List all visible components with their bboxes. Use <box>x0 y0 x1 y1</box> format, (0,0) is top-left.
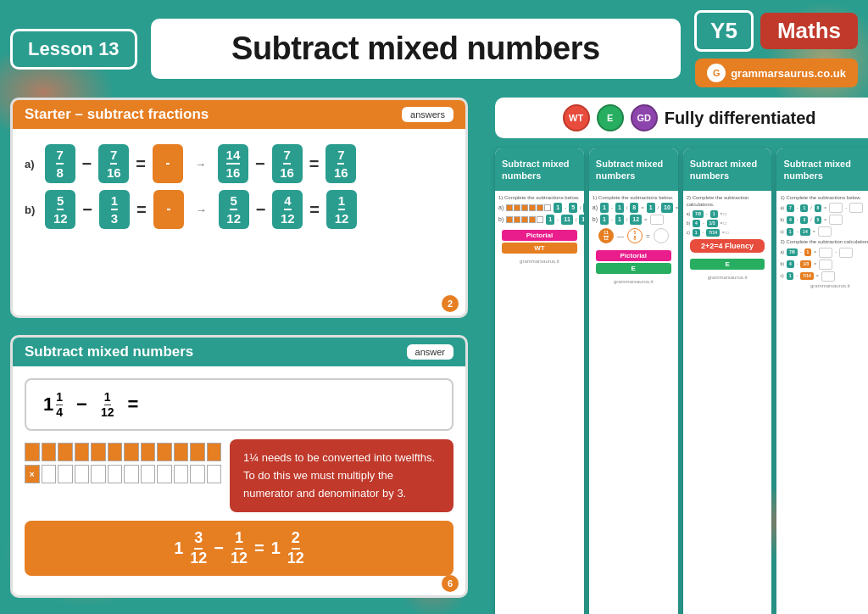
answer-button[interactable]: answer <box>407 344 453 360</box>
small-frac-1-12: 1 12 <box>101 390 114 419</box>
ws2-tag-e: E <box>596 263 671 274</box>
ws1-header: Subtract mixed numbers <box>495 148 584 191</box>
frac-14-16: 1416 <box>218 144 248 183</box>
frac-5-12b: 512 <box>219 190 249 229</box>
bars-container: × <box>25 439 221 487</box>
ws2-tag-pictorial: Pictorial <box>596 250 671 261</box>
worksheet-1: Subtract mixed numbers 1) Complete the s… <box>495 148 584 614</box>
wsr-body: 1) Complete the subtractions below. a) 7… <box>776 191 868 614</box>
slide2-title: Subtract mixed numbers <box>25 343 193 360</box>
slide2-content: 1 1 4 − 1 12 = <box>13 366 465 588</box>
ws1-tag-pictorial: Pictorial <box>502 230 577 241</box>
fraction-row-b: b) 512 − 13 = → <box>25 190 453 229</box>
ws1-gram: grammarsaurus.it <box>498 259 581 264</box>
ws3-tag-e: E <box>690 259 765 270</box>
explanation-box: 1¼ needs to be converted into twelfths. … <box>230 439 453 512</box>
lesson-label: Lesson 13 <box>28 38 120 59</box>
equation-box: 1 1 4 − 1 12 = <box>25 378 453 431</box>
mixed-num-1: 1 1 4 <box>43 390 63 419</box>
frac-1-12: 112 <box>326 190 357 229</box>
slide2-header: Subtract mixed numbers answer <box>13 338 465 366</box>
bar-partial: × <box>25 465 221 483</box>
ws2-node: 11 12 <box>598 228 614 243</box>
left-panel: Starter – subtract fractions answers a) … <box>10 98 485 614</box>
ws1-body: 1) Complete the subtractions below. a) 1… <box>495 191 584 614</box>
worksheet-3: Subtract mixed numbers 2) Complete the s… <box>683 148 772 614</box>
slide1-page-num: 2 <box>442 295 459 312</box>
worksheet-2: Subtract mixed numbers 1) Complete the s… <box>589 148 678 614</box>
header: Lesson 13 Subtract mixed numbers Y5 Math… <box>10 10 858 87</box>
slide1-header: Starter – subtract fractions answers <box>13 100 465 129</box>
ws3-gram: grammarsaurus.it <box>687 275 769 280</box>
main-title-box: Subtract mixed numbers <box>151 19 681 79</box>
frac-4-12: 412 <box>272 190 303 229</box>
result-frac-2-12: 2 12 <box>287 529 304 567</box>
frac-7-16b: 716 <box>272 144 303 183</box>
wt-circle: WT <box>563 104 590 131</box>
frac-blank-1 <box>153 144 183 183</box>
right-panel: WT E GD Fully differentiated Subtract mi… <box>495 98 868 614</box>
worksheet-right: Subtract mixed numbers 1) Complete the s… <box>776 148 868 614</box>
main-title: Subtract mixed numbers <box>231 31 600 66</box>
frac-7-16c: 716 <box>326 144 356 183</box>
ws2-gram: grammarsaurus.it <box>593 279 675 284</box>
ws2-circle-empty <box>654 228 669 243</box>
answers-button[interactable]: answers <box>402 107 453 122</box>
content-area: Starter – subtract fractions answers a) … <box>10 98 858 614</box>
frac-5-12: 512 <box>45 190 75 229</box>
frac-7-8: 78 <box>45 144 75 183</box>
result-frac-1-12: 1 12 <box>231 529 248 567</box>
ws3-fluency-badge: 2+2=4 Fluency <box>690 239 765 253</box>
worksheets-row: Subtract mixed numbers 1) Complete the s… <box>495 148 868 614</box>
frac-1-3: 13 <box>99 190 130 229</box>
result-frac-3-12: 3 12 <box>190 529 207 567</box>
slide1-title: Starter – subtract fractions <box>25 106 209 123</box>
frac-7-16: 716 <box>98 144 129 183</box>
slide-subtract: Subtract mixed numbers answer 1 1 4 <box>10 335 468 598</box>
row-b-label: b) <box>25 204 35 216</box>
grammarsaurus-badge[interactable]: G grammarsaurus.co.uk <box>695 59 858 87</box>
diff-banner: WT E GD Fully differentiated <box>495 98 868 138</box>
diff-label: Fully differentiated <box>665 109 816 128</box>
explanation-row: × <box>25 439 453 512</box>
slide-starter: Starter – subtract fractions answers a) … <box>10 98 468 318</box>
row-a-label: a) <box>25 158 35 170</box>
ws2-header: Subtract mixed numbers <box>589 148 678 191</box>
e-circle: E <box>597 104 624 131</box>
ws3-body: 2) Complete the subtraction calculations… <box>683 191 772 614</box>
frac-blank-2 <box>153 190 184 229</box>
slide2-page-num: 6 <box>442 575 459 592</box>
y5-badge: Y5 <box>694 10 754 52</box>
ws2-body: 1) Complete the subtractions below. a) 1… <box>589 191 678 614</box>
small-frac-1-4: 1 4 <box>56 390 63 419</box>
gd-circle: GD <box>631 104 658 131</box>
bar-full <box>25 443 221 461</box>
wsr-header: Subtract mixed numbers <box>776 148 868 191</box>
maths-badge: Maths <box>760 13 858 49</box>
slide1-content: a) 78 − 716 = → <box>13 129 465 244</box>
site-url: grammarsaurus.co.uk <box>731 67 846 80</box>
ws3-header: Subtract mixed numbers <box>683 148 772 191</box>
lesson-badge: Lesson 13 <box>10 29 137 70</box>
gram-logo-icon: G <box>707 64 726 82</box>
ws1-tag-wt: WT <box>502 243 577 254</box>
fraction-row-a: a) 78 − 716 = → <box>25 144 453 183</box>
header-right: Y5 Maths G grammarsaurus.co.uk <box>694 10 858 87</box>
wsr-gram: grammarsaurus.it <box>780 283 868 288</box>
badge-row: Y5 Maths <box>694 10 858 52</box>
result-equation: 1 3 12 − 1 12 = 1 2 <box>25 521 453 576</box>
explanation-text: 1¼ needs to be converted into twelfths. … <box>243 451 435 500</box>
